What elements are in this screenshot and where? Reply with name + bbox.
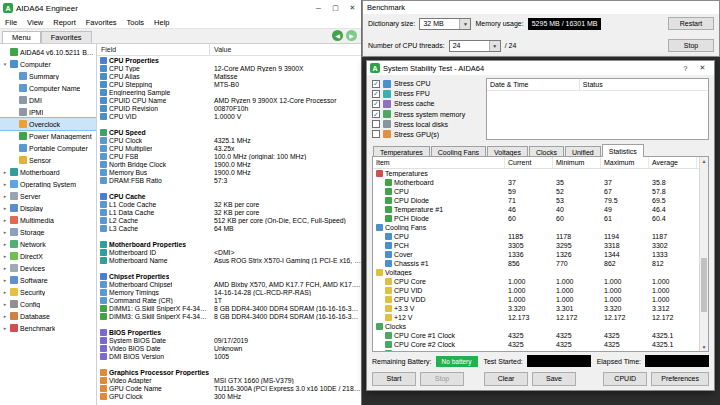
table-row[interactable]: L3 Cache64 MB — [97, 224, 361, 232]
table-row[interactable]: GPU Clock300 MHz — [97, 392, 361, 400]
table-row[interactable]: L1 Code Cache32 KB per core — [97, 200, 361, 208]
tree-item-computer[interactable]: ▾Computer — [0, 58, 96, 70]
stats-row-cpu-core[interactable]: CPU Core1.0001.0001.0001.000 — [373, 277, 699, 286]
stats-row-cpu-vdd[interactable]: CPU VDD1.0001.0001.0001.000 — [373, 295, 699, 304]
table-row[interactable]: DRAM:FSB Ratio57:3 — [97, 176, 361, 184]
table-row[interactable]: Video BIOS DateUnknown — [97, 344, 361, 352]
chevron-down-icon[interactable]: ▼ — [489, 41, 500, 51]
stats-row-cpu[interactable]: CPU1185117811941187 — [373, 232, 699, 241]
menu-file[interactable]: File — [0, 18, 22, 27]
stats-group-temperatures[interactable]: Temperatures — [373, 169, 699, 178]
stats-row-pch[interactable]: PCH3305329533183302 — [373, 241, 699, 250]
maximize-icon[interactable]: ▢ — [327, 0, 344, 16]
table-row[interactable]: GPU Code NameTU116-300A (PCI Express 3.0… — [97, 384, 361, 392]
start-button[interactable]: Start — [372, 372, 416, 386]
table-row[interactable]: Engineering Sample — [97, 88, 361, 96]
checkbox-icon[interactable]: ✓ — [372, 80, 380, 88]
menu-help[interactable]: Help — [149, 18, 174, 27]
tree-item-sensor[interactable]: Sensor — [0, 154, 96, 166]
tree-item-display[interactable]: ▸Display — [0, 202, 96, 214]
section-row[interactable]: Motherboard Properties — [97, 240, 361, 248]
scroll-up-icon[interactable]: ▲ — [700, 158, 708, 164]
back-icon[interactable]: ◀ — [332, 30, 343, 41]
table-row[interactable]: North Bridge Clock1900.0 MHz — [97, 160, 361, 168]
tree-item-devices[interactable]: ▸Devices — [0, 262, 96, 274]
tree-item-ipmi[interactable]: IPMI — [0, 106, 96, 118]
section-row[interactable]: CPU Properties — [97, 56, 361, 64]
tree-item-motherboard[interactable]: ▸Motherboard — [0, 166, 96, 178]
table-row[interactable]: Motherboard ChipsetAMD Bixby X570, AMD K… — [97, 280, 361, 288]
stats-row-cpu[interactable]: CPU59526757.8 — [373, 187, 699, 196]
table-row[interactable]: L2 Cache512 KB per core (On-Die, ECC, Fu… — [97, 216, 361, 224]
dictionary-size-select[interactable]: 32 MB ▼ — [419, 18, 471, 30]
table-row[interactable]: CPUID CPU NameAMD Ryzen 9 3900X 12-Core … — [97, 96, 361, 104]
scrollbar-thumb[interactable] — [701, 258, 707, 312]
stats-row-cpu-core-2-clock[interactable]: CPU Core #2 Clock4325432543254325.1 — [373, 340, 699, 349]
preferences-button[interactable]: Preferences — [651, 372, 709, 386]
stats-group-cooling-fans[interactable]: Cooling Fans — [373, 223, 699, 232]
menu-report[interactable]: Report — [48, 18, 81, 27]
stats-column-current[interactable]: Current — [505, 157, 553, 168]
stress-option-stress-fpu[interactable]: ✓Stress FPU — [372, 89, 480, 98]
menu-favorites[interactable]: Favorites — [81, 18, 122, 27]
section-row[interactable]: Graphics Processor Properties — [97, 368, 361, 376]
restart-button[interactable]: Restart — [668, 17, 714, 30]
cpu-threads-select[interactable]: 24 ▼ — [449, 40, 501, 52]
table-row[interactable]: CPU Clock4325.1 MHz — [97, 136, 361, 144]
stress-option-stress-cpu[interactable]: ✓Stress CPU — [372, 79, 480, 88]
save-button[interactable]: Save — [532, 372, 576, 386]
section-row[interactable]: CPU Speed — [97, 128, 361, 136]
tree-item-benchmark[interactable]: ▸Benchmark — [0, 322, 96, 334]
tree-item-database[interactable]: ▸Database — [0, 310, 96, 322]
stress-option-stress-local-disks[interactable]: Stress local disks — [372, 120, 480, 129]
minimize-icon[interactable]: ─ — [310, 0, 327, 16]
stress-option-stress-cache[interactable]: ✓Stress cache — [372, 99, 480, 108]
tree-item-portable-computer[interactable]: Portable Computer — [0, 142, 96, 154]
help-icon[interactable]: ? — [677, 61, 694, 75]
chevron-down-icon[interactable]: ▼ — [459, 19, 470, 29]
stats-row-cpu-vid[interactable]: CPU VID1.0001.0001.0001.000 — [373, 286, 699, 295]
checkbox-icon[interactable]: ✓ — [372, 110, 380, 118]
stats-row-12-v[interactable]: +12 V12.17312.17212.17212.172 — [373, 313, 699, 322]
tree-item-aida64-v6-10-5211-beta[interactable]: AIDA64 v6.10.5211 Beta — [0, 46, 96, 58]
tab-menu[interactable]: Menu — [2, 31, 41, 43]
table-row[interactable]: CPU AliasMatisse — [97, 72, 361, 80]
table-row[interactable]: DIMM1: G.Skill SniperX F4-3400C16-8GSXW8… — [97, 304, 361, 312]
stats-row-cpu-diode[interactable]: CPU Diode715379.569.5 — [373, 196, 699, 205]
stats-column-item[interactable]: Item — [373, 157, 505, 168]
stop-benchmark-button[interactable]: Stop — [668, 39, 714, 52]
tree-item-security[interactable]: ▸Security — [0, 286, 96, 298]
table-row[interactable]: Memory Bus1900.0 MHz — [97, 168, 361, 176]
tab-statistics[interactable]: Statistics — [602, 144, 644, 157]
tree-item-network[interactable]: ▸Network — [0, 238, 96, 250]
stats-row-pch-diode[interactable]: PCH Diode60606160.4 — [373, 214, 699, 223]
stats-row-temperature-1[interactable]: Temperature #146404946.4 — [373, 205, 699, 214]
log-col-datetime[interactable]: Date & Time — [487, 79, 580, 90]
menu-view[interactable]: View — [22, 18, 48, 27]
checkbox-icon[interactable] — [372, 120, 380, 128]
checkbox-icon[interactable]: ✓ — [372, 100, 380, 108]
tree-item-computer-name[interactable]: Computer Name — [0, 82, 96, 94]
stats-group-voltages[interactable]: Voltages — [373, 268, 699, 277]
table-row[interactable]: Memory Timings14-16-14-28 (CL-RCD-RP-RAS… — [97, 288, 361, 296]
table-row[interactable]: DMI BIOS Version1005 — [97, 352, 361, 360]
table-row[interactable]: CPU VID1.0000 V — [97, 112, 361, 120]
stress-option-stress-system-memory[interactable]: ✓Stress system memory — [372, 110, 480, 119]
section-row[interactable]: Chipset Properties — [97, 272, 361, 280]
menu-tools[interactable]: Tools — [122, 18, 150, 27]
tree-item-storage[interactable]: ▸Storage — [0, 226, 96, 238]
table-row[interactable]: Command Rate (CR)1T — [97, 296, 361, 304]
table-row[interactable]: CPU Multiplier43.25x — [97, 144, 361, 152]
cpuid-button[interactable]: CPUID — [603, 372, 647, 386]
table-row[interactable]: CPU SteppingMTS-B0 — [97, 80, 361, 88]
table-row[interactable]: CPU FSB100.0 MHz (original: 100 MHz) — [97, 152, 361, 160]
stats-column-average[interactable]: Average — [649, 157, 697, 168]
table-row[interactable]: L1 Data Cache32 KB per core — [97, 208, 361, 216]
table-row[interactable]: CPU Type12-Core AMD Ryzen 9 3900X — [97, 64, 361, 72]
close-icon[interactable]: ✕ — [344, 0, 361, 16]
tree-item-config[interactable]: ▸Config — [0, 298, 96, 310]
tree-item-dmi[interactable]: DMI — [0, 94, 96, 106]
stats-row-chassis-1[interactable]: Chassis #1856770862812 — [373, 259, 699, 268]
tree-item-server[interactable]: ▸Server — [0, 190, 96, 202]
tree-item-summary[interactable]: Summary — [0, 70, 96, 82]
